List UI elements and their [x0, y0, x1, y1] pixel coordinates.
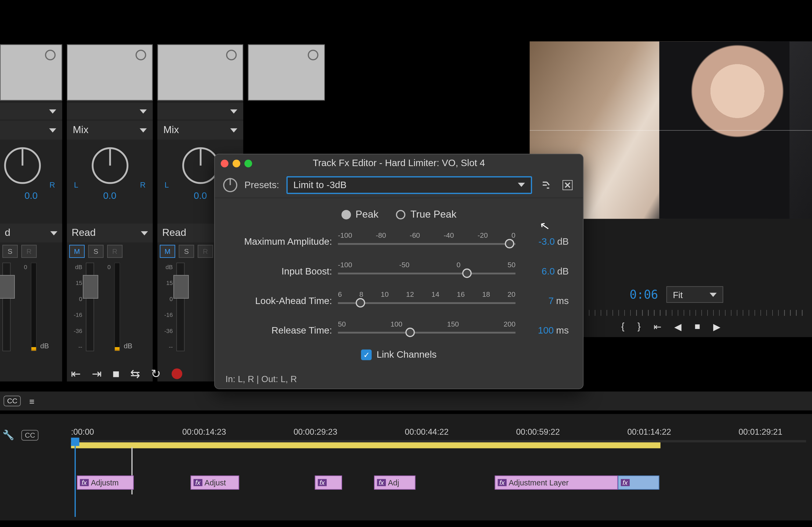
preset-dropdown[interactable]: Limit to -3dB	[286, 176, 532, 194]
record-arm-button[interactable]: R	[198, 245, 213, 258]
zoom-window-button[interactable]	[244, 160, 252, 167]
playhead[interactable]	[71, 438, 79, 446]
clip-label: Adjustment Layer	[509, 478, 568, 487]
step-forward-button[interactable]: ▶	[713, 321, 720, 332]
look-ahead-slider[interactable]: 68101214161820	[338, 290, 515, 312]
record-button[interactable]	[172, 368, 182, 379]
automation-mode-label: d	[5, 227, 11, 239]
mute-button[interactable]: M	[160, 245, 175, 258]
solo-button[interactable]: S	[88, 245, 103, 258]
pan-l-label: L	[74, 180, 78, 189]
input-boost-slider[interactable]: -100-50050	[338, 261, 515, 282]
fx-badge-icon: fx	[80, 479, 89, 486]
chevron-down-icon	[710, 292, 717, 297]
slider-thumb[interactable]	[405, 328, 415, 337]
send-toggle-icon[interactable]	[226, 50, 237, 60]
presets-label: Presets:	[244, 180, 279, 190]
send-slot[interactable]	[157, 44, 243, 100]
true-peak-radio[interactable]: True Peak	[396, 209, 456, 221]
close-window-button[interactable]	[221, 160, 229, 167]
send-slot[interactable]	[0, 44, 62, 100]
maximum-amplitude-slider[interactable]: -100-80-60-40-200	[338, 231, 515, 253]
play-in-out-button[interactable]: ⇆	[130, 366, 140, 381]
fader[interactable]	[2, 263, 11, 351]
channel-map-button[interactable]	[539, 178, 553, 192]
mark-in-button[interactable]: {	[621, 321, 625, 332]
fader-thumb[interactable]	[173, 275, 189, 299]
mix-dropdown[interactable]	[0, 121, 62, 140]
maximum-amplitude-value[interactable]: -3.0dB	[521, 237, 569, 247]
timeline-clip[interactable]: fx	[315, 476, 342, 490]
send-toggle-icon[interactable]	[308, 50, 318, 60]
send-dropdown[interactable]	[0, 103, 62, 119]
slider-thumb[interactable]	[505, 239, 514, 248]
timeline-clip[interactable]: fx	[618, 476, 659, 490]
slider-thumb[interactable]	[356, 298, 365, 307]
dialog-titlebar[interactable]: Track Fx Editor - Hard Limiter: VO, Slot…	[215, 154, 583, 172]
time-ruler[interactable]: :00:0000:00:14:2300:00:29:2300:00:44:220…	[71, 427, 806, 440]
mix-dropdown[interactable]: Mix	[67, 121, 153, 140]
captions-button[interactable]: CC	[3, 395, 21, 406]
send-dropdown[interactable]	[157, 103, 243, 119]
release-time-slider[interactable]: 50100150200	[338, 320, 515, 341]
fader-thumb[interactable]	[0, 275, 15, 299]
pan-knob[interactable]	[4, 147, 41, 184]
work-area-bar[interactable]	[71, 442, 660, 448]
chevron-down-icon	[140, 128, 147, 132]
chevron-down-icon	[518, 183, 525, 187]
go-to-previous-button[interactable]: ⇤	[654, 321, 661, 332]
automation-mode-dropdown[interactable]: Read	[67, 224, 153, 243]
mark-out-button[interactable]: }	[637, 321, 641, 332]
pan-l-label: L	[164, 180, 169, 189]
fx-badge-icon: fx	[193, 479, 202, 486]
close-effect-button[interactable]	[561, 178, 575, 192]
radio-icon	[341, 210, 351, 219]
fader[interactable]	[86, 263, 94, 351]
go-to-out-button[interactable]: ⇥	[92, 366, 102, 381]
solo-button[interactable]: S	[2, 245, 18, 258]
captions-track-button[interactable]: CC	[21, 430, 39, 440]
loop-button[interactable]: ↻	[151, 366, 161, 381]
send-toggle-icon[interactable]	[45, 50, 56, 60]
fader-thumb[interactable]	[83, 275, 98, 299]
program-timecode[interactable]: 0:06	[630, 287, 658, 302]
pan-knob[interactable]	[91, 147, 128, 184]
mix-dropdown[interactable]: Mix	[157, 121, 243, 140]
ruler-baseline	[71, 440, 806, 442]
pan-value[interactable]: 0.0	[0, 191, 62, 201]
fader[interactable]	[176, 263, 185, 351]
pan-knob[interactable]	[182, 147, 219, 184]
record-arm-button[interactable]: R	[21, 245, 37, 258]
panel-menu-icon[interactable]: ≡	[29, 396, 34, 406]
automation-mode-dropdown[interactable]: d	[0, 224, 62, 243]
mixer-strip-4	[248, 44, 325, 100]
pan-value[interactable]: 0.0	[67, 191, 153, 201]
slider-thumb[interactable]	[462, 269, 472, 278]
send-dropdown[interactable]	[67, 103, 153, 119]
timeline-clip[interactable]: fxAdjustm	[77, 476, 134, 490]
timeline-clip[interactable]: fxAdj	[374, 476, 416, 490]
safe-margin-line	[530, 130, 812, 131]
link-channels-checkbox[interactable]: ✓	[361, 350, 372, 360]
minimize-window-button[interactable]	[233, 160, 240, 167]
record-arm-button[interactable]: R	[107, 245, 122, 258]
step-back-button[interactable]: ◀	[674, 321, 681, 332]
wrench-icon[interactable]: 🔧	[2, 429, 14, 441]
look-ahead-value[interactable]: 7ms	[521, 296, 569, 306]
timeline-clip[interactable]: fxAdjust	[191, 476, 239, 490]
stop-button[interactable]: ■	[113, 367, 120, 381]
play-button[interactable]: ■	[694, 321, 700, 332]
go-to-in-button[interactable]: ⇤	[71, 366, 81, 381]
timeline-clip[interactable]: fxAdjustment Layer	[495, 476, 618, 490]
effect-bypass-button[interactable]	[223, 178, 237, 192]
peak-radio[interactable]: Peak	[341, 209, 378, 221]
release-time-value[interactable]: 100ms	[521, 325, 569, 336]
zoom-level-dropdown[interactable]: Fit	[666, 286, 723, 303]
mute-button[interactable]: M	[69, 245, 85, 258]
send-slot[interactable]	[248, 44, 325, 100]
automation-mode-label: Read	[162, 227, 186, 239]
input-boost-value[interactable]: 6.0dB	[521, 266, 569, 277]
solo-button[interactable]: S	[179, 245, 194, 258]
send-toggle-icon[interactable]	[135, 50, 146, 60]
send-slot[interactable]	[67, 44, 153, 100]
